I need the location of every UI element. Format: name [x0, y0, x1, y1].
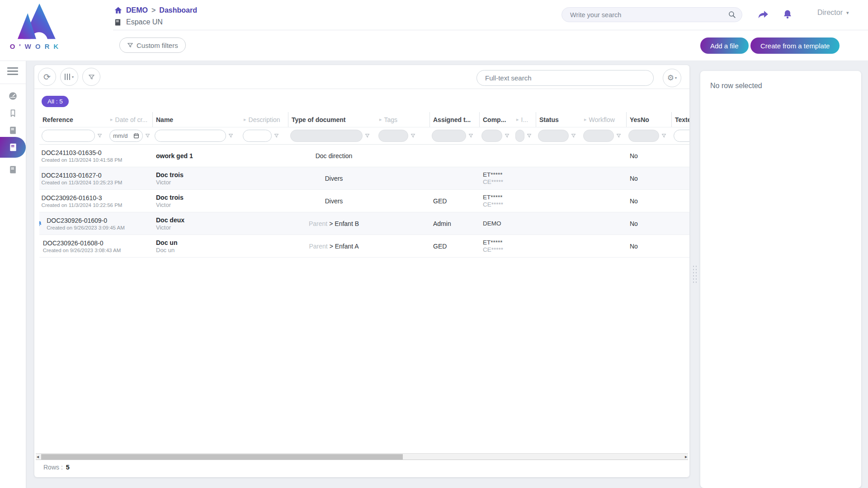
- breadcrumb-root[interactable]: DEMO: [126, 6, 148, 14]
- column-header-type[interactable]: Type of document: [288, 112, 376, 127]
- filter-funnel-icon[interactable]: [410, 133, 415, 138]
- filter-disabled-i: [515, 130, 524, 142]
- sidebar-item-dashboard[interactable]: [0, 90, 26, 101]
- cell-company: DEMO: [479, 212, 513, 235]
- sidebar-item-library[interactable]: [0, 125, 26, 136]
- cell-assigned: Admin: [429, 212, 479, 235]
- columns-icon: [65, 74, 71, 80]
- add-file-button[interactable]: Add a file: [700, 38, 749, 54]
- table-row[interactable]: DOC241103-01627-0Created on 11/3/2024 10…: [39, 167, 689, 190]
- filter-funnel-icon[interactable]: [505, 133, 509, 138]
- sidebar-item-documents-active[interactable]: [0, 137, 26, 158]
- filter-cell-description: [241, 127, 288, 144]
- home-icon[interactable]: [114, 6, 123, 14]
- custom-filters-label: Custom filters: [137, 42, 178, 49]
- user-role-label: Director: [817, 9, 843, 17]
- horizontal-scrollbar[interactable]: ◂ ▸: [36, 453, 688, 460]
- column-header-tags[interactable]: ▸Tags: [376, 112, 429, 127]
- filter-date-input-date[interactable]: mm/d: [109, 130, 143, 142]
- chevron-down-icon: ▾: [675, 76, 677, 80]
- column-header-workflow[interactable]: ▸Workflow: [581, 112, 626, 127]
- filter-funnel-icon[interactable]: [468, 133, 473, 138]
- filter-funnel-icon[interactable]: [97, 133, 102, 138]
- column-header-assigned[interactable]: Assigned t...: [429, 112, 479, 127]
- table-row[interactable]: DOC230926-01610-3Created on 11/3/2024 10…: [39, 190, 689, 212]
- funnel-icon: [88, 74, 95, 80]
- cell-description: [241, 167, 288, 189]
- custom-filters-button[interactable]: Custom filters: [119, 38, 186, 53]
- table-row[interactable]: DOC230926-01608-0Created on 9/26/2023 3:…: [39, 235, 689, 258]
- scrollbar-thumb[interactable]: [41, 454, 403, 460]
- column-header-yesno[interactable]: YesNo: [626, 112, 671, 127]
- user-menu[interactable]: Director ▾: [817, 9, 849, 17]
- filter-funnel-icon[interactable]: [274, 133, 279, 138]
- column-header-texte[interactable]: Texte: [671, 112, 689, 127]
- columns-button[interactable]: ▾: [60, 68, 78, 86]
- cell-company: ET*****CE*****: [479, 190, 513, 212]
- cell-description: [241, 190, 288, 212]
- share-button[interactable]: [754, 5, 772, 23]
- breadcrumb: DEMO > Dashboard: [114, 6, 197, 14]
- panel-resize-handle[interactable]: [692, 265, 698, 284]
- column-header-company[interactable]: Comp...: [479, 112, 513, 127]
- cell-tags: [376, 212, 429, 235]
- header-divider: [113, 30, 868, 30]
- column-header-date[interactable]: ▸Date of cr...: [107, 112, 152, 127]
- cell-yesno: No: [626, 145, 671, 167]
- global-search-input[interactable]: [570, 11, 728, 19]
- book-icon: [9, 126, 17, 135]
- dashboard-gauge-icon: [8, 91, 18, 101]
- cell-reference: DOC230926-01608-0Created on 9/26/2023 3:…: [39, 235, 107, 257]
- tab-all-count[interactable]: All : 5: [42, 96, 69, 107]
- cell-status: [536, 212, 581, 235]
- filter-input-name[interactable]: [155, 130, 226, 142]
- cell-texte: [671, 235, 689, 257]
- space-label: Espace UN: [126, 18, 163, 26]
- filter-funnel-icon[interactable]: [365, 133, 370, 138]
- funnel-icon: [127, 42, 133, 48]
- filter-input-reference[interactable]: [42, 130, 95, 142]
- sidebar-item-bookmarks[interactable]: [0, 108, 26, 118]
- sidebar-item-archive[interactable]: [0, 164, 26, 175]
- cell-assigned: [429, 145, 479, 167]
- menu-toggle-button[interactable]: [7, 67, 18, 77]
- breadcrumb-current[interactable]: Dashboard: [159, 6, 197, 14]
- cell-yesno: No: [626, 190, 671, 212]
- cell-date: [107, 145, 152, 167]
- filter-funnel-icon[interactable]: [145, 133, 150, 138]
- cell-date: [107, 190, 152, 212]
- column-header-name[interactable]: Name: [152, 112, 241, 127]
- cell-date: [107, 167, 152, 189]
- filter-funnel-icon[interactable]: [661, 133, 666, 138]
- filter-input-texte[interactable]: [674, 130, 689, 142]
- filter-cell-assigned: [429, 127, 479, 144]
- filter-funnel-icon[interactable]: [527, 133, 532, 138]
- refresh-button[interactable]: ⟳: [38, 68, 56, 86]
- cell-tags: [376, 145, 429, 167]
- scroll-right-arrow-icon[interactable]: ▸: [685, 454, 687, 460]
- cell-company: ET*****CE*****: [479, 235, 513, 257]
- column-header-status[interactable]: Status: [536, 112, 581, 127]
- chevron-down-icon: ▾: [72, 75, 74, 79]
- filter-button[interactable]: [82, 68, 100, 86]
- filter-funnel-icon[interactable]: [571, 133, 576, 138]
- column-header-i[interactable]: ▸I...: [513, 112, 536, 127]
- create-from-template-button[interactable]: Create from a template: [750, 38, 840, 54]
- filter-funnel-icon[interactable]: [228, 133, 233, 138]
- column-header-reference[interactable]: Reference: [39, 112, 107, 127]
- global-search[interactable]: [561, 7, 742, 22]
- search-icon[interactable]: [728, 10, 736, 19]
- filter-disabled-yesno: [628, 130, 659, 142]
- table-settings-button[interactable]: ⚙ ▾: [663, 69, 681, 87]
- word-file-icon-with-notification-bell: w: [39, 218, 42, 229]
- table-row[interactable]: DOC241103-01635-0Created on 11/3/2024 10…: [39, 145, 689, 167]
- column-header-description[interactable]: ▸Description: [241, 112, 288, 127]
- filter-input-description[interactable]: [243, 130, 272, 142]
- cell-type: Doc direction: [288, 145, 376, 167]
- table-row[interactable]: wDOC230926-01609-0Created on 9/26/2023 3…: [39, 212, 689, 235]
- fulltext-search-input[interactable]: [476, 70, 654, 86]
- app-logo[interactable]: O'WORK: [9, 3, 63, 50]
- filter-funnel-icon[interactable]: [616, 133, 621, 138]
- notifications-button[interactable]: [778, 5, 797, 23]
- scroll-left-arrow-icon[interactable]: ◂: [37, 454, 39, 460]
